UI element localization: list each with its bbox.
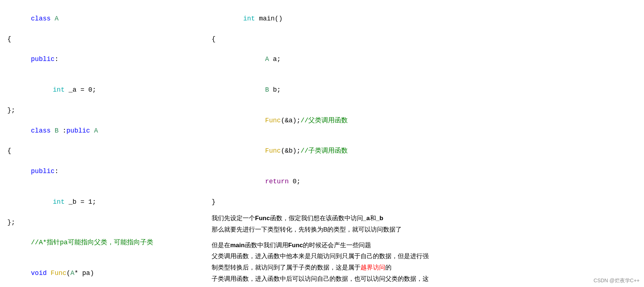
type-name: A [55, 15, 59, 22]
main-function-code: int main() { A a; B b; Func(&a);//父类调用函数… [212, 4, 637, 207]
keyword: class [31, 15, 55, 22]
left-code-panel: class A { public: ​​​​​​​​int _a = 0; };… [0, 0, 204, 287]
code-line: { [212, 34, 637, 45]
para2-line1: 但是在main函数中我们调用Func的时候还会产生一些问题 [212, 240, 637, 251]
para2-line2: 父类调用函数，进入函数中他本来是只能访问到只属于自己的数据，但是进行强 [212, 251, 637, 262]
right-panel: int main() { A a; B b; Func(&a);//父类调用函数… [204, 0, 644, 287]
code-line: { [7, 146, 197, 156]
code-line: class A [7, 4, 197, 34]
code-line: Func(&b);//子类调用函数 [212, 136, 637, 167]
code-line: { [7, 34, 197, 45]
code-line: //A*指针pa可能指向父类，可能指向子类 [7, 228, 197, 259]
main-container: class A { public: ​​​​​​​​int _a = 0; };… [0, 0, 644, 287]
code-line: }; [7, 218, 197, 228]
para2-line4: 子类调用函数，进入函数中后可以访问自己的数据，也可以访问父类的数据，这 [212, 274, 637, 284]
para2-line3: 制类型转换后，就访问到了属于子类的数据，这是属于越界访问的 [212, 263, 637, 273]
code-line: int main() [212, 4, 637, 34]
code-line: A a; [212, 45, 637, 75]
code-line: class B :public A [7, 116, 197, 146]
watermark: CSDN @烂夜学C++ [594, 278, 640, 284]
code-line: int _b = 1; [7, 187, 197, 218]
para2-line5: 个是没有问题的 [212, 285, 637, 287]
code-line: ​​​​​​​​int _a = 0; [7, 75, 197, 106]
code-line: public: [7, 156, 197, 187]
code-line: }; [7, 106, 197, 116]
para1-line2: 那么就要先进行一下类型转化，先转换为B的类型，就可以访问数据了 [212, 225, 637, 235]
explanation-text: 我们先设定一个Func函数，假定我们想在该函数中访问_a和_b 那么就要先进行一… [212, 213, 637, 287]
code-line: B b; [212, 75, 637, 106]
code-line: } [212, 197, 637, 207]
code-line: void Func(A* pa) [7, 258, 197, 287]
para1-line1: 我们先设定一个Func函数，假定我们想在该函数中访问_a和_b [212, 213, 637, 224]
code-line: return 0; [212, 167, 637, 197]
code-line: Func(&a);//父类调用函数 [212, 106, 637, 136]
code-line: public: [7, 45, 197, 75]
red-text-yuejie: 越界访问 [360, 264, 385, 271]
